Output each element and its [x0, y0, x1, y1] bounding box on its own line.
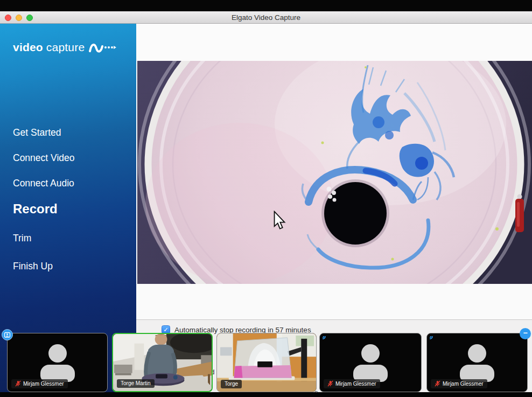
participant-name-tag: Mirjam Glessmer [431, 379, 487, 388]
mic-off-icon [435, 380, 440, 387]
participant-tile[interactable]: Torge Martin [112, 333, 213, 392]
logo-word-video: video [13, 41, 43, 54]
zoom-icon[interactable] [26, 15, 33, 21]
participant-tile[interactable]: Torge [216, 333, 317, 392]
participant-tile[interactable]: Mirjam Glessmer [319, 333, 422, 392]
close-icon[interactable] [5, 15, 11, 21]
sidebar-item-record[interactable]: Record [13, 201, 58, 217]
participant-name-tag: Torge Martin [117, 379, 155, 388]
avatar [48, 344, 67, 363]
avatar [468, 344, 486, 363]
preview-margin [136, 284, 532, 319]
screen: Elgato Video Capture video capture Get S… [0, 0, 532, 397]
strip-background [0, 392, 532, 397]
participant-tile[interactable]: Mirjam Glessmer [7, 333, 108, 392]
audio-signal-icon [429, 335, 434, 340]
traffic-lights [5, 11, 33, 24]
collapse-thumbnails-icon[interactable]: − [520, 328, 531, 339]
participant-name: Mirjam Glessmer [443, 381, 484, 387]
capture-video-frame [137, 61, 532, 284]
sidebar-item-connect-video[interactable]: Connect Video [13, 152, 75, 164]
participant-name-tag: Mirjam Glessmer [11, 379, 68, 388]
participant-name-tag: Torge [221, 380, 242, 388]
participant-name: Mirjam Glessmer [23, 381, 64, 387]
mic-off-icon [327, 380, 333, 387]
minimize-icon[interactable] [16, 15, 22, 21]
desktop-background [0, 0, 532, 11]
window-title: Elgato Video Capture [0, 13, 532, 22]
participant-name: Torge Martin [121, 380, 151, 386]
mouse-cursor [273, 211, 286, 232]
sidebar-item-trim[interactable]: Trim [13, 233, 31, 244]
camera-off-placeholder: Mirjam Glessmer [320, 333, 421, 392]
sidebar-item-connect-audio[interactable]: Connect Audio [13, 178, 74, 189]
avatar [361, 344, 380, 363]
app-logo: video capture [13, 40, 117, 54]
participant-name: Torge [225, 381, 238, 387]
video-preview [137, 61, 532, 284]
logo-word-capture: capture [46, 41, 85, 54]
camera-off-placeholder: Mirjam Glessmer [427, 333, 527, 392]
mic-off-icon [15, 380, 21, 387]
window-titlebar: Elgato Video Capture [0, 11, 532, 24]
participant-name: Mirjam Glessmer [335, 381, 376, 387]
participant-tile[interactable]: Mirjam Glessmer [426, 333, 528, 392]
sidebar-item-finish-up[interactable]: Finish Up [13, 261, 53, 272]
participant-name-tag: Mirjam Glessmer [324, 379, 380, 388]
sidebar-item-get-started[interactable]: Get Started [13, 127, 61, 138]
wave-icon [89, 41, 117, 54]
pin-video-icon[interactable] [2, 329, 13, 340]
audio-signal-icon [321, 335, 327, 340]
red-bottle [515, 194, 524, 233]
camera-off-placeholder: Mirjam Glessmer [8, 333, 107, 392]
